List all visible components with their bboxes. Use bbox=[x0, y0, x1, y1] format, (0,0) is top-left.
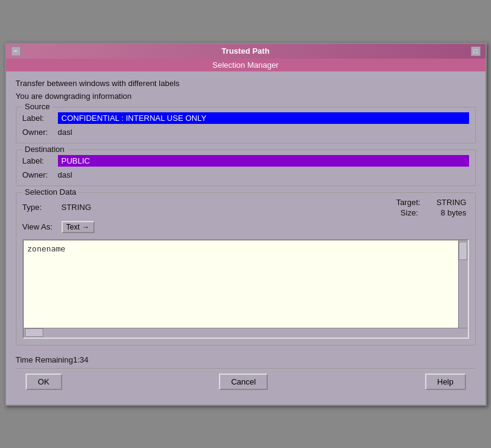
selection-data-group-label: Selection Data bbox=[23, 187, 79, 197]
view-as-value: Text bbox=[66, 223, 80, 231]
content-area: Transfer between windows with different … bbox=[6, 71, 486, 405]
source-owner-value: dasl bbox=[58, 128, 73, 137]
window-title: Trusted Path bbox=[21, 46, 471, 56]
help-button[interactable]: Help bbox=[425, 374, 466, 390]
vertical-scrollbar[interactable] bbox=[458, 240, 468, 328]
source-group: Source Label: CONFIDENTIAL : INTERNAL US… bbox=[16, 107, 476, 143]
source-owner-row: Owner: dasl bbox=[23, 128, 469, 137]
time-remaining-value: 1:34 bbox=[73, 355, 88, 364]
type-value: STRING bbox=[62, 203, 91, 212]
destination-owner-value: dasl bbox=[58, 170, 73, 179]
ok-button[interactable]: OK bbox=[26, 374, 62, 390]
target-label: Target: bbox=[396, 198, 426, 207]
scrollbar-thumb-v[interactable] bbox=[459, 242, 467, 260]
type-label: Type: bbox=[23, 203, 53, 212]
view-as-row: View As: Text → bbox=[23, 221, 469, 233]
target-value: STRING bbox=[436, 198, 466, 207]
destination-group-label: Destination bbox=[23, 145, 67, 154]
destination-label-field: Label: bbox=[23, 156, 53, 165]
size-value: 8 bytes bbox=[441, 208, 467, 217]
destination-label-row: Label: PUBLIC bbox=[23, 155, 469, 167]
bottom-bar: OK Cancel Help bbox=[16, 368, 476, 397]
destination-label-value: PUBLIC bbox=[58, 155, 469, 167]
size-row: Size: 8 bytes bbox=[401, 208, 467, 217]
source-owner-label: Owner: bbox=[23, 128, 53, 137]
maximize-button[interactable]: □ bbox=[471, 46, 481, 56]
text-area-container: zonename bbox=[23, 239, 469, 339]
selection-right: Target: STRING Size: 8 bytes bbox=[396, 198, 466, 217]
selection-left: Type: STRING bbox=[23, 203, 91, 212]
type-and-target-row: Type: STRING Target: STRING Size: 8 byte… bbox=[23, 198, 469, 217]
source-label-row: Label: CONFIDENTIAL : INTERNAL USE ONLY bbox=[23, 112, 469, 124]
info-line1: Transfer between windows with different … bbox=[16, 79, 476, 88]
info-line2: You are downgrading information bbox=[16, 92, 476, 101]
title-bar: − Trusted Path □ bbox=[6, 44, 486, 59]
minimize-button[interactable]: − bbox=[11, 46, 21, 56]
destination-owner-label: Owner: bbox=[23, 170, 53, 179]
subtitle-text: Selection Manager bbox=[212, 60, 278, 70]
source-label-value: CONFIDENTIAL : INTERNAL USE ONLY bbox=[58, 112, 469, 124]
destination-group: Destination Label: PUBLIC Owner: dasl bbox=[16, 150, 476, 186]
time-remaining: Time Remaining1:34 bbox=[16, 352, 476, 368]
horizontal-scrollbar[interactable] bbox=[24, 328, 468, 338]
view-as-label: View As: bbox=[23, 222, 53, 231]
size-label: Size: bbox=[401, 208, 431, 217]
cancel-button[interactable]: Cancel bbox=[219, 374, 268, 390]
text-area-wrapper: zonename bbox=[23, 237, 469, 339]
destination-owner-row: Owner: dasl bbox=[23, 170, 469, 179]
type-row: Type: STRING bbox=[23, 203, 91, 212]
selection-data-group: Selection Data Type: STRING Target: STRI… bbox=[16, 192, 476, 345]
target-row: Target: STRING bbox=[396, 198, 466, 207]
view-as-button[interactable]: Text → bbox=[62, 221, 95, 233]
scrollbar-thumb-h[interactable] bbox=[25, 328, 43, 337]
source-label-field: Label: bbox=[23, 114, 53, 123]
subtitle-bar: Selection Manager bbox=[6, 59, 486, 71]
view-as-arrow-icon: → bbox=[82, 223, 90, 231]
source-group-label: Source bbox=[23, 102, 52, 111]
time-remaining-label: Time Remaining bbox=[16, 355, 73, 364]
content-textarea[interactable]: zonename bbox=[24, 240, 458, 326]
trusted-path-window: − Trusted Path □ Selection Manager Trans… bbox=[5, 43, 487, 406]
